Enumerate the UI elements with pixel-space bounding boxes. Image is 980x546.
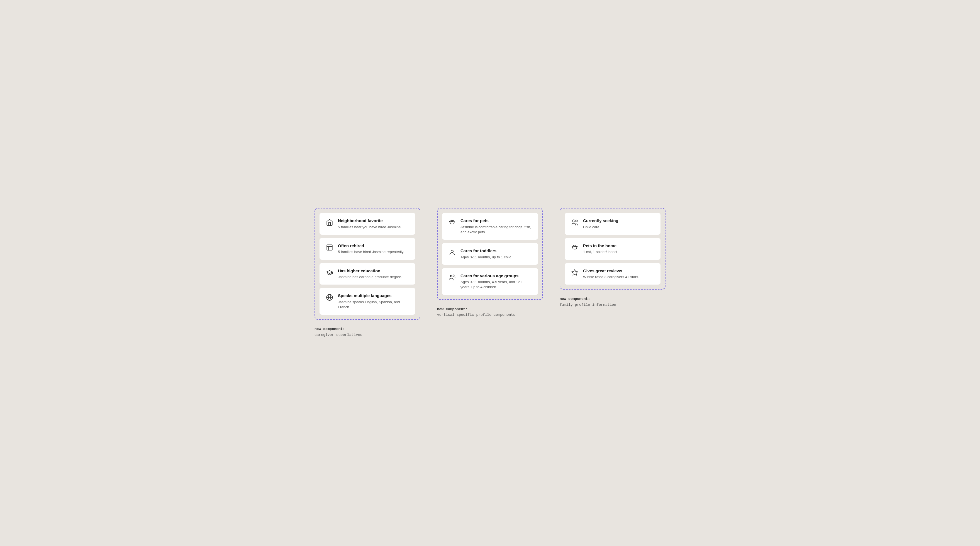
card-text-education: Has higher educationJasmine has earned a… [338, 268, 402, 280]
component-label-family-profile: new component:family profile information [560, 296, 616, 308]
card-subtitle-agegroups: Ages 0-11 months, 4-5 years, and 12+ yea… [460, 279, 532, 290]
card-title-rehired: Often rehired [338, 243, 404, 249]
component-label-vertical-specific: new component:vertical specific profile … [437, 307, 515, 318]
card-subtitle-education: Jasmine has earned a graduate degree. [338, 275, 402, 279]
component-label-caregiver-superlatives: new component:caregiver superlatives [315, 326, 363, 338]
card-title-agegroups: Cares for various age groups [460, 273, 532, 279]
card-toddler: Cares for toddlersAges 0-11 months, up t… [442, 243, 538, 265]
card-subtitle-petsinhome: 1 cat, 1 spider/ insect [583, 249, 617, 254]
card-text-seeking: Currently seekingChild care [583, 218, 619, 230]
svg-point-15 [573, 245, 574, 246]
card-text-languages: Speaks multiple languagesJasmine speaks … [338, 293, 410, 310]
card-text-pets: Cares for petsJasmine is comfortable car… [460, 218, 532, 235]
label-header-caregiver-superlatives: new component: [315, 327, 345, 331]
card-title-reviews: Gives great reviews [583, 268, 639, 274]
card-subtitle-languages: Jasmine speaks English, Spanish, and Fre… [338, 300, 410, 310]
petsinhome-icon [570, 243, 579, 252]
label-header-vertical-specific: new component: [437, 307, 468, 311]
svg-point-16 [575, 245, 576, 246]
card-title-seeking: Currently seeking [583, 218, 619, 224]
card-subtitle-seeking: Child care [583, 225, 619, 230]
svg-point-7 [453, 220, 453, 221]
card-text-rehired: Often rehired5 families have hired Jasmi… [338, 243, 404, 255]
card-languages: Speaks multiple languagesJasmine speaks … [320, 288, 415, 315]
card-text-reviews: Gives great reviewsWinnie rated 3 caregi… [583, 268, 639, 280]
card-pets: Cares for petsJasmine is comfortable car… [442, 213, 538, 240]
card-seeking: Currently seekingChild care [565, 213, 660, 235]
card-petsinhome: Pets in the home1 cat, 1 spider/ insect [565, 238, 660, 260]
svg-point-11 [453, 275, 454, 276]
card-education: Has higher educationJasmine has earned a… [320, 263, 415, 285]
label-header-family-profile: new component: [560, 297, 590, 301]
card-text-toddler: Cares for toddlersAges 0-11 months, up t… [460, 248, 511, 260]
column-caregiver-superlatives: Neighborhood favorite5 families near you… [315, 208, 420, 338]
svg-point-6 [451, 220, 452, 221]
card-agegroups: Cares for various age groupsAges 0-11 mo… [442, 268, 538, 295]
card-title-languages: Speaks multiple languages [338, 293, 410, 299]
rehired-icon [325, 243, 334, 252]
svg-rect-0 [327, 245, 332, 250]
seeking-icon [570, 218, 579, 227]
dashed-card-caregiver-superlatives: Neighborhood favorite5 families near you… [315, 208, 420, 320]
card-subtitle-reviews: Winnie rated 3 caregivers 4+ stars. [583, 275, 639, 279]
neighborhood-icon [325, 218, 334, 227]
card-subtitle-pets: Jasmine is comfortable caring for dogs, … [460, 225, 532, 235]
svg-point-12 [573, 220, 575, 222]
svg-point-10 [450, 275, 452, 277]
svg-marker-18 [572, 270, 578, 275]
label-body-family-profile: family profile information [560, 302, 616, 308]
column-family-profile: Currently seekingChild care Pets in the … [560, 208, 665, 308]
dashed-card-family-profile: Currently seekingChild care Pets in the … [560, 208, 665, 290]
education-icon [325, 268, 334, 277]
card-text-agegroups: Cares for various age groupsAges 0-11 mo… [460, 273, 532, 290]
card-title-pets: Cares for pets [460, 218, 532, 224]
card-subtitle-rehired: 5 families have hired Jasmine repeatedly… [338, 249, 404, 254]
card-text-petsinhome: Pets in the home1 cat, 1 spider/ insect [583, 243, 617, 255]
column-vertical-specific: Cares for petsJasmine is comfortable car… [437, 208, 543, 318]
pets-icon [448, 218, 457, 227]
toddler-icon [448, 248, 457, 257]
svg-point-13 [576, 220, 578, 222]
svg-point-9 [451, 250, 453, 252]
languages-icon [325, 293, 334, 302]
card-title-neighborhood: Neighborhood favorite [338, 218, 402, 224]
card-neighborhood: Neighborhood favorite5 families near you… [320, 213, 415, 235]
page-container: Neighborhood favorite5 families near you… [295, 208, 685, 338]
card-subtitle-neighborhood: 5 families near you have hired Jasmine. [338, 225, 402, 230]
card-title-petsinhome: Pets in the home [583, 243, 617, 249]
reviews-icon [570, 268, 579, 277]
card-title-education: Has higher education [338, 268, 402, 274]
card-subtitle-toddler: Ages 0-11 months, up to 1 child [460, 255, 511, 260]
label-body-caregiver-superlatives: caregiver superlatives [315, 332, 363, 338]
card-reviews: Gives great reviewsWinnie rated 3 caregi… [565, 263, 660, 285]
card-text-neighborhood: Neighborhood favorite5 families near you… [338, 218, 402, 230]
card-rehired: Often rehired5 families have hired Jasmi… [320, 238, 415, 260]
card-title-toddler: Cares for toddlers [460, 248, 511, 254]
agegroups-icon [448, 273, 457, 282]
dashed-card-vertical-specific: Cares for petsJasmine is comfortable car… [437, 208, 543, 300]
label-body-vertical-specific: vertical specific profile components [437, 312, 515, 318]
